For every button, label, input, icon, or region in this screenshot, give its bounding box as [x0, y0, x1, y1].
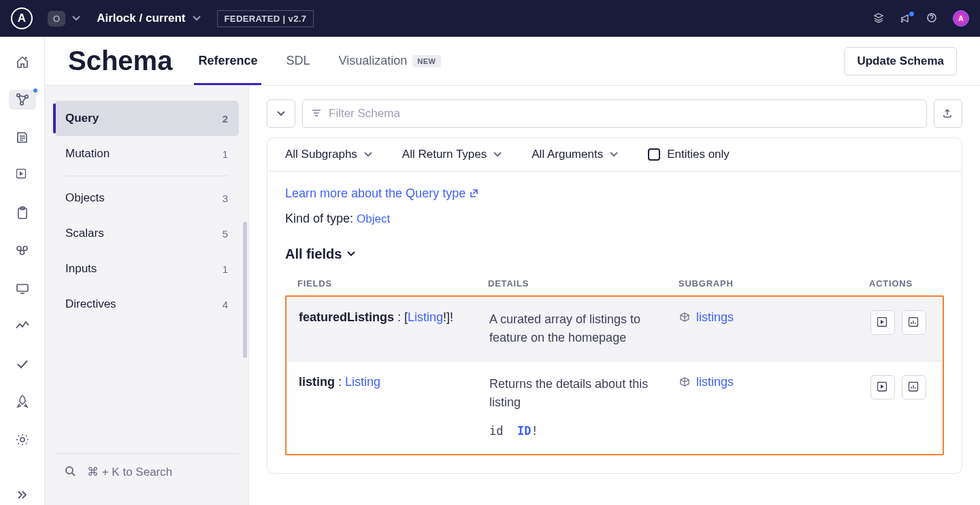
topbar: A O Airlock / current FEDERATED | v2.7 A	[0, 0, 980, 37]
arg-bang: !	[531, 424, 538, 438]
run-in-explorer-button[interactable]	[870, 310, 895, 335]
type-count: 2	[223, 113, 228, 125]
rail-clients[interactable]	[9, 278, 36, 299]
help-icon[interactable]	[927, 13, 938, 24]
filter-icon	[312, 110, 322, 118]
type-item-query[interactable]: Query 2	[54, 101, 239, 136]
field-actions	[870, 310, 930, 335]
kind-of-type: Kind of type: Object	[285, 212, 944, 226]
filter-placeholder: Filter Schema	[329, 107, 400, 120]
breadcrumb[interactable]: Airlock / current	[97, 12, 200, 25]
rail-explorer[interactable]	[9, 127, 36, 148]
filter-entities-only[interactable]: Entities only	[648, 148, 730, 161]
chevron-down-icon	[610, 152, 618, 157]
rail-clipboard[interactable]	[9, 203, 36, 223]
export-button[interactable]	[934, 99, 962, 128]
filter-schema-input[interactable]: Filter Schema	[302, 99, 927, 128]
new-badge: NEW	[412, 55, 440, 67]
rail-settings[interactable]	[9, 429, 36, 450]
svg-point-7	[20, 102, 22, 105]
filter-toolbar: Filter Schema	[267, 99, 962, 128]
apollo-logo[interactable]: A	[11, 7, 33, 29]
table-row: featuredListings : [Listing!]! A curated…	[287, 297, 943, 361]
chevron-down-icon	[72, 16, 80, 21]
table-row: listing : Listing Returns the details ab…	[287, 361, 943, 454]
rail-subgraphs[interactable]	[9, 241, 36, 261]
schema-tabs: Reference SDL Visualization NEW	[198, 37, 440, 85]
field-actions	[870, 375, 930, 400]
query-panel: Learn more about the Query type Kind of …	[267, 172, 962, 474]
svg-point-4	[24, 56, 27, 59]
update-schema-button[interactable]: Update Schema	[844, 47, 957, 76]
type-count: 5	[223, 228, 228, 240]
learn-more-link[interactable]: Learn more about the Query type	[285, 186, 479, 201]
field-details: A curated array of listings to feature o…	[489, 310, 680, 347]
avatar[interactable]: A	[953, 10, 969, 27]
collapse-filters-button[interactable]	[267, 99, 295, 128]
rail-schema[interactable]	[9, 90, 36, 110]
dd-label: All Arguments	[532, 148, 603, 161]
field-name: listing	[299, 375, 335, 389]
cube-icon	[680, 377, 691, 388]
arg-type-link[interactable]: ID	[517, 424, 531, 438]
svg-point-12	[20, 250, 24, 255]
tab-sdl[interactable]: SDL	[286, 37, 310, 85]
table-header: FIELDS DETAILS SUBGRAPH ACTIONS	[285, 272, 944, 295]
fields-table: FIELDS DETAILS SUBGRAPH ACTIONS featured…	[285, 272, 944, 455]
run-in-explorer-button[interactable]	[870, 375, 895, 400]
all-fields-label: All fields	[285, 246, 342, 262]
type-item-objects[interactable]: Objects 3	[54, 180, 239, 216]
topbar-actions: A	[874, 10, 969, 27]
org-badge: O	[48, 11, 65, 27]
rail-checks[interactable]	[9, 354, 36, 374]
svg-point-10	[17, 246, 21, 250]
notification-dot	[909, 12, 914, 16]
view-insights-button[interactable]	[902, 375, 926, 400]
rail-play[interactable]	[9, 165, 36, 186]
all-fields-toggle[interactable]: All fields	[285, 246, 944, 262]
suffix: !]!	[443, 310, 453, 324]
type-count: 3	[223, 193, 228, 204]
filter-subgraphs[interactable]: All Subgraphs	[285, 148, 372, 161]
type-item-scalars[interactable]: Scalars 5	[54, 216, 239, 251]
svg-point-5	[16, 94, 19, 97]
kind-type-link[interactable]: Object	[357, 212, 390, 225]
type-item-inputs[interactable]: Inputs 1	[54, 251, 239, 287]
arg-name: id	[489, 424, 503, 438]
type-item-directives[interactable]: Directives 4	[54, 287, 239, 322]
command-search[interactable]: ⌘ + K to Search	[54, 453, 239, 490]
federation-badge: FEDERATED | v2.7	[217, 10, 314, 27]
details-text: Returns the details about this listing	[489, 375, 680, 412]
kind-label: Kind of type:	[285, 212, 357, 225]
cube-icon	[680, 312, 691, 323]
type-label: Inputs	[65, 262, 97, 276]
rail-insights[interactable]	[9, 316, 36, 337]
layers-icon[interactable]	[874, 13, 886, 24]
tab-visualization[interactable]: Visualization NEW	[338, 37, 440, 85]
field-subgraph[interactable]: listings	[680, 375, 870, 389]
subgraph-name: listings	[696, 310, 734, 325]
learn-more-text: Learn more about the Query type	[285, 186, 466, 201]
view-insights-button[interactable]	[902, 310, 926, 335]
col-actions: ACTIONS	[869, 278, 932, 289]
filter-return-types[interactable]: All Return Types	[402, 148, 502, 161]
type-item-mutation[interactable]: Mutation 1	[54, 136, 239, 172]
scrollbar-thumb[interactable]	[243, 222, 247, 358]
type-link[interactable]: Listing	[345, 375, 380, 389]
filter-arguments[interactable]: All Arguments	[532, 148, 618, 161]
tab-reference[interactable]: Reference	[198, 37, 257, 85]
rail-launches[interactable]	[9, 392, 36, 412]
checkbox[interactable]	[648, 148, 660, 161]
divider	[65, 176, 228, 176]
col-fields: FIELDS	[297, 278, 488, 289]
type-label: Query	[65, 112, 99, 125]
type-link[interactable]: Listing	[408, 310, 443, 324]
announcements-icon[interactable]	[901, 14, 912, 23]
org-switcher[interactable]: O	[48, 11, 80, 27]
rail-home[interactable]	[9, 52, 36, 72]
dd-label: All Subgraphs	[285, 148, 357, 161]
notification-dot	[33, 88, 37, 93]
filter-options: All Subgraphs All Return Types All Argum…	[267, 137, 962, 172]
field-subgraph[interactable]: listings	[680, 310, 870, 325]
rail-collapse[interactable]	[9, 485, 36, 506]
